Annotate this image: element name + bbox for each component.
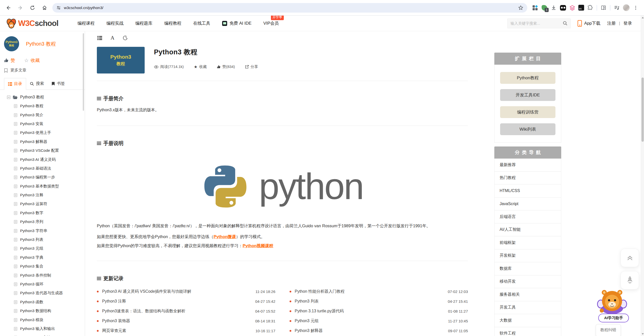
download-icon[interactable] xyxy=(550,5,557,11)
update-link[interactable]: 网页审查元素 xyxy=(102,328,250,333)
category-item[interactable]: 数据库 xyxy=(495,262,561,275)
toc-item[interactable]: Python3 元组 xyxy=(0,244,85,253)
app-download-link[interactable]: App下载 xyxy=(578,20,600,27)
toc-item[interactable]: Python3 教程 xyxy=(0,102,85,110)
toc-item[interactable]: Python3 运算符 xyxy=(0,200,85,208)
category-item[interactable]: 开发框架 xyxy=(495,249,561,263)
toc-item[interactable]: Python3 使用上手 xyxy=(0,128,85,137)
toc-item[interactable]: Python3 注释 xyxy=(0,191,85,200)
nav-item[interactable]: 在线工具 xyxy=(193,20,210,26)
update-link[interactable]: Python3 AI 通义灵码 VSCode插件安装与功能详解 xyxy=(102,289,250,294)
toc-item[interactable]: Python3 函数 xyxy=(0,298,85,307)
toc-item[interactable]: Python3 输入和输出 xyxy=(0,324,85,333)
dark-mode-moon-icon[interactable] xyxy=(123,35,128,41)
login-link[interactable]: 登录 xyxy=(623,20,632,26)
toc-item[interactable]: Python3 VSCode 配置 xyxy=(0,146,85,155)
layers-extension-icon[interactable] xyxy=(569,5,576,11)
translate-extension-icon[interactable]: en xyxy=(578,5,584,11)
category-item[interactable]: 软件工程 xyxy=(495,327,561,336)
extensions-puzzle-icon[interactable] xyxy=(587,5,593,11)
ai-assistant-button[interactable]: AI学习助手 xyxy=(598,314,629,322)
back-to-top-button[interactable] xyxy=(621,249,639,267)
toc-item[interactable]: Python3 AI 通义灵码 xyxy=(0,155,85,164)
search-icon[interactable] xyxy=(563,21,568,26)
update-link[interactable]: Python 3.13 turtle.py源代码 xyxy=(295,309,443,314)
category-item[interactable]: 大数据 xyxy=(495,314,561,327)
site-info-icon[interactable] xyxy=(56,6,61,10)
scroll-up-arrow[interactable] xyxy=(642,17,644,18)
workspace-grid-icon[interactable] xyxy=(532,5,538,11)
like-action[interactable]: 赞(834) xyxy=(217,64,235,69)
rocket-button[interactable] xyxy=(621,271,639,289)
favorite-action[interactable]: ★ 收藏 xyxy=(194,64,207,69)
nav-item[interactable]: 编程题库 xyxy=(135,20,152,26)
sidebar-scrollbar-thumb[interactable] xyxy=(83,33,84,111)
toc-item[interactable]: Python3 模块 xyxy=(0,315,85,324)
more-articles-link[interactable]: 更多文章 xyxy=(4,68,81,73)
page-scrollbar[interactable] xyxy=(641,16,644,336)
toc-item[interactable]: Python3 编程第一步 xyxy=(0,173,85,182)
ai-mascot[interactable] xyxy=(596,288,628,314)
nav-item[interactable]: 编程教程 xyxy=(164,20,181,26)
course-title[interactable]: Python3 教程 xyxy=(26,41,56,47)
bookmark-star-icon[interactable] xyxy=(518,5,523,10)
scrollbar-thumb[interactable] xyxy=(641,78,644,142)
update-link[interactable]: Python3速查表：语法、数据结构与函数全解析 xyxy=(102,309,250,314)
toc-item[interactable]: Python3 迭代器与生成器 xyxy=(0,289,85,297)
nav-item-vip[interactable]: VIP会员 开学季 xyxy=(263,20,279,26)
update-link[interactable]: Python3 元组 xyxy=(295,318,443,324)
python-weike-link[interactable]: Python微课 xyxy=(214,234,236,239)
search-box[interactable] xyxy=(507,18,571,28)
share-action[interactable]: 分享 xyxy=(245,64,258,69)
category-item[interactable]: 服务器相关 xyxy=(495,288,561,301)
category-item[interactable]: AI/人工智能 xyxy=(495,223,561,237)
tutorial-correction-button[interactable]: 教程纠错 xyxy=(596,324,621,336)
update-link[interactable]: Python3 列表 xyxy=(295,299,442,304)
toc-item[interactable]: Python3 循环 xyxy=(0,280,85,289)
toc-item[interactable]: Python3 列表 xyxy=(0,235,85,244)
update-link[interactable]: Python3 注释 xyxy=(102,299,250,304)
nav-item-ai-ide[interactable]: 免费 AI IDE xyxy=(222,20,252,26)
toc-item[interactable]: Python3 简介 xyxy=(0,110,85,119)
toc-item[interactable]: Python3 集合 xyxy=(0,262,85,271)
category-item[interactable]: 前端框架 xyxy=(495,236,561,249)
favorite-button[interactable]: ☆ 收藏 xyxy=(24,57,40,63)
toc-item[interactable]: Python3 安装 xyxy=(0,120,85,128)
address-bar[interactable]: w3cschool.cn/python3/ xyxy=(52,3,527,13)
register-link[interactable]: 注册 xyxy=(607,20,616,26)
reading-list-icon[interactable] xyxy=(600,5,607,11)
chrome-menu-icon[interactable] xyxy=(632,5,639,11)
update-link[interactable]: Python 性能分析器入门教程 xyxy=(295,289,442,294)
extension-button[interactable]: Python教程 xyxy=(500,72,555,84)
toc-root[interactable]: Python3 教程 xyxy=(0,93,85,102)
nav-item[interactable]: 编程实战 xyxy=(106,20,124,26)
list-view-icon[interactable] xyxy=(97,35,102,41)
reload-icon[interactable] xyxy=(28,4,37,12)
collapse-icon[interactable] xyxy=(7,96,10,99)
forward-icon[interactable] xyxy=(16,4,25,12)
toc-item[interactable]: Python3 数字 xyxy=(0,209,85,217)
toc-item[interactable]: Python3 序列 xyxy=(0,217,85,226)
update-link[interactable]: Python3 解释器 xyxy=(295,328,443,333)
toc-item[interactable]: Python3 数据结构 xyxy=(0,307,85,315)
category-item[interactable]: 后端语言 xyxy=(495,210,561,223)
category-item[interactable]: 最新推荐 xyxy=(495,159,561,172)
toc-item[interactable]: Python3 字典 xyxy=(0,253,85,262)
toc-item[interactable]: Python3 条件控制 xyxy=(0,271,85,280)
search-input[interactable] xyxy=(510,21,563,25)
category-item[interactable]: 开发工具 xyxy=(495,301,561,314)
dark-dots-extension-icon[interactable] xyxy=(560,5,566,11)
w3cschool-logo[interactable]: W3Cschool xyxy=(6,18,75,29)
like-button[interactable]: 赞 xyxy=(4,57,15,63)
category-item[interactable]: JavaScript xyxy=(495,198,561,211)
update-link[interactable]: Python3 装饰器 xyxy=(102,318,250,324)
nav-item[interactable]: 编程课程 xyxy=(77,20,95,26)
scroll-down-arrow[interactable] xyxy=(642,333,644,335)
extension-button[interactable]: 编程训练营 xyxy=(500,106,555,118)
python-video-course-link[interactable]: Python视频课程 xyxy=(243,243,273,248)
toc-item[interactable]: Python3 字符串 xyxy=(0,226,85,235)
profile-avatar[interactable] xyxy=(623,4,630,11)
extension-button[interactable]: Wiki列表 xyxy=(500,123,555,135)
toc-item[interactable]: Python3 基本数据类型 xyxy=(0,182,85,191)
tab-toc[interactable]: 目录 xyxy=(4,78,26,90)
